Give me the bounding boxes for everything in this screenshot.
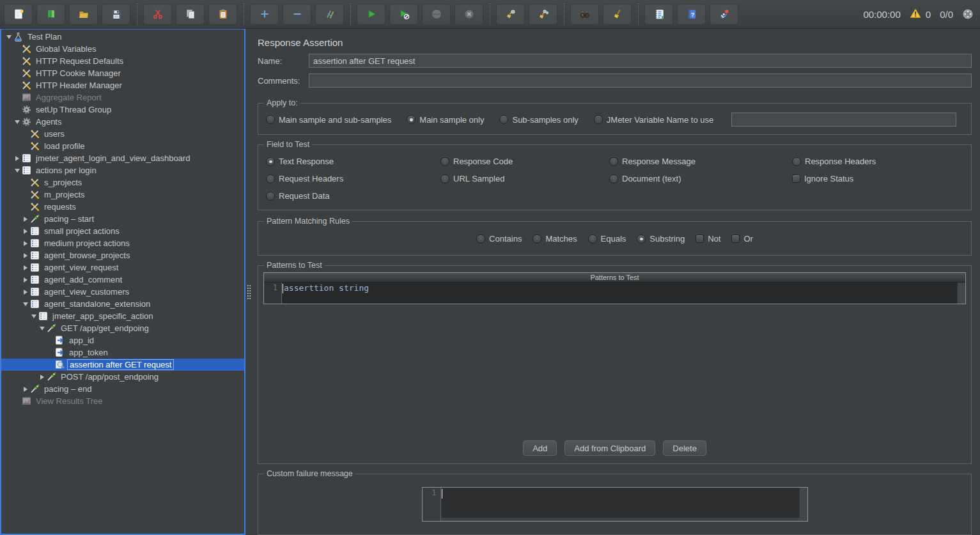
- checkbox-not[interactable]: Not: [696, 234, 720, 244]
- vertical-scrollbar[interactable]: [957, 283, 965, 304]
- add-button[interactable]: Add: [523, 440, 557, 456]
- tree-node-global-variables[interactable]: Global Variables: [1, 43, 244, 55]
- toggle-button[interactable]: [315, 4, 344, 25]
- tree-node-app-id[interactable]: app_id: [1, 334, 244, 346]
- radio-indicator[interactable]: [594, 115, 603, 124]
- custom-failure-editor[interactable]: 1: [422, 487, 808, 522]
- radio-indicator[interactable]: [588, 235, 597, 244]
- collapse-icon[interactable]: [29, 314, 38, 318]
- cut-button[interactable]: [143, 4, 172, 25]
- collapse-icon[interactable]: [13, 120, 21, 124]
- start-no-pauses-button[interactable]: [389, 4, 418, 25]
- radio-indicator[interactable]: [499, 115, 508, 124]
- tree-node-s-projects[interactable]: s_projects: [1, 176, 244, 189]
- save-button[interactable]: [102, 4, 130, 25]
- radio-text-response[interactable]: Text Response: [266, 154, 440, 169]
- tree-node-agent-view-customers[interactable]: agent_view_customers: [1, 286, 244, 298]
- tree-node-agent-add-comment[interactable]: agent_add_comment: [1, 274, 244, 286]
- tree-node-agent-view-request[interactable]: agent_view_request: [1, 261, 244, 274]
- radio-indicator[interactable]: [609, 174, 618, 183]
- radio-indicator[interactable]: [266, 157, 275, 166]
- tree-node-assertion-after-get-request[interactable]: assertion after GET request: [1, 359, 244, 371]
- radio-indicator[interactable]: [266, 115, 275, 124]
- radio-indicator[interactable]: [407, 115, 416, 124]
- jmeter-variable-input[interactable]: [731, 112, 956, 127]
- expand-icon[interactable]: [21, 290, 29, 295]
- tree-node-load-profile[interactable]: load profile: [1, 140, 244, 152]
- radio-indicator[interactable]: [609, 157, 618, 166]
- tree-node-users[interactable]: users: [1, 128, 244, 140]
- comments-input[interactable]: [309, 74, 972, 88]
- tree-node-view-results-tree[interactable]: View Results Tree: [1, 395, 244, 407]
- radio-request-data[interactable]: Request Data: [266, 189, 440, 203]
- radio-jmeter-variable-name-to-use[interactable]: JMeter Variable Name to use: [594, 115, 713, 125]
- patterns-editor[interactable]: 1asserttion string: [264, 283, 965, 304]
- tree-node-http-request-defaults[interactable]: HTTP Request Defaults: [1, 55, 244, 67]
- radio-main-sample-and-sub-samples[interactable]: Main sample and sub-samples: [266, 115, 391, 125]
- tree-node-agent-browse-projects[interactable]: agent_browse_projects: [1, 249, 244, 261]
- tree-node-jmeter-agent-login-and-view-dashboard[interactable]: jmeter_agent_login_and_view_dashboard: [1, 152, 244, 164]
- remote-start-icon[interactable]: [962, 8, 974, 20]
- name-input[interactable]: [309, 54, 972, 68]
- checkbox-indicator[interactable]: [731, 235, 740, 243]
- clear-all-button[interactable]: [529, 4, 557, 25]
- tree-node-agent-standalone-extension[interactable]: agent_standalone_extension: [1, 298, 244, 310]
- radio-indicator[interactable]: [266, 192, 275, 201]
- copy-button[interactable]: [176, 4, 205, 25]
- expand-icon[interactable]: [38, 375, 46, 380]
- function-helper-button[interactable]: [644, 4, 673, 25]
- checkbox-indicator[interactable]: [696, 235, 704, 243]
- expand-icon[interactable]: [21, 217, 29, 222]
- expand-icon[interactable]: [21, 265, 29, 270]
- radio-document-text[interactable]: Document (text): [609, 171, 792, 186]
- tree-node-jmeter-app-specific-action[interactable]: jmeter_app_specific_action: [1, 310, 244, 322]
- tree-node-post-app-post-endpoing[interactable]: POST /app/post_endpoing: [1, 371, 244, 383]
- radio-indicator[interactable]: [266, 174, 275, 183]
- paste-button[interactable]: [208, 4, 237, 25]
- plugins-button[interactable]: [710, 4, 738, 25]
- expand-icon[interactable]: [21, 229, 29, 234]
- tree-node-agents[interactable]: Agents: [1, 116, 244, 128]
- tree-node-aggregate-report[interactable]: Aggregate Report: [1, 91, 244, 104]
- radio-contains[interactable]: Contains: [476, 234, 522, 244]
- search-reset-button[interactable]: [603, 4, 632, 25]
- vertical-scrollbar[interactable]: [799, 488, 807, 521]
- radio-sub-samples-only[interactable]: Sub-samples only: [499, 115, 578, 125]
- new-file-button[interactable]: [4, 4, 33, 25]
- collapse-icon[interactable]: [4, 35, 13, 39]
- tree-node-pacing-start[interactable]: pacing – start: [1, 213, 244, 225]
- open-file-button[interactable]: [69, 4, 98, 25]
- radio-indicator[interactable]: [533, 235, 541, 244]
- radio-main-sample-only[interactable]: Main sample only: [407, 115, 484, 125]
- tree-node-small-project-actions[interactable]: small project actions: [1, 225, 244, 237]
- collapse-icon[interactable]: [38, 327, 46, 330]
- radio-substring[interactable]: Substring: [637, 234, 685, 244]
- tree-node-http-header-manager[interactable]: HTTP Header Manager: [1, 79, 244, 91]
- expand-icon[interactable]: [21, 387, 29, 392]
- radio-response-headers[interactable]: Response Headers: [792, 154, 965, 169]
- radio-indicator[interactable]: [440, 157, 449, 166]
- radio-matches[interactable]: Matches: [533, 234, 577, 244]
- tree-node-setup-thread-group[interactable]: setUp Thread Group: [1, 104, 244, 116]
- tree-node-medium-project-actions[interactable]: medium project actions: [1, 237, 244, 249]
- expand-icon[interactable]: [21, 241, 29, 246]
- checkbox-indicator[interactable]: [792, 174, 800, 183]
- horizontal-scrollbar[interactable]: [441, 518, 800, 521]
- radio-response-message[interactable]: Response Message: [609, 154, 792, 169]
- radio-response-code[interactable]: Response Code: [440, 154, 609, 169]
- search-button[interactable]: [570, 4, 599, 25]
- radio-equals[interactable]: Equals: [588, 234, 626, 244]
- radio-indicator[interactable]: [637, 235, 646, 244]
- tree-node-http-cookie-manager[interactable]: HTTP Cookie Manager: [1, 67, 244, 79]
- templates-button[interactable]: [36, 4, 65, 25]
- tree-node-test-plan[interactable]: Test Plan: [1, 31, 244, 43]
- warning-indicator[interactable]: 0: [910, 8, 931, 21]
- radio-indicator[interactable]: [792, 157, 801, 166]
- tree-node-actions-per-login[interactable]: actions per login: [1, 164, 244, 176]
- expand-icon[interactable]: [21, 277, 29, 283]
- checkbox-ignore-status[interactable]: Ignore Status: [792, 171, 965, 186]
- help-button[interactable]: ?: [677, 4, 706, 25]
- tree-node-app-token[interactable]: app_token: [1, 346, 244, 359]
- tree-node-m-projects[interactable]: m_projects: [1, 189, 244, 201]
- radio-url-sampled[interactable]: URL Sampled: [440, 171, 609, 186]
